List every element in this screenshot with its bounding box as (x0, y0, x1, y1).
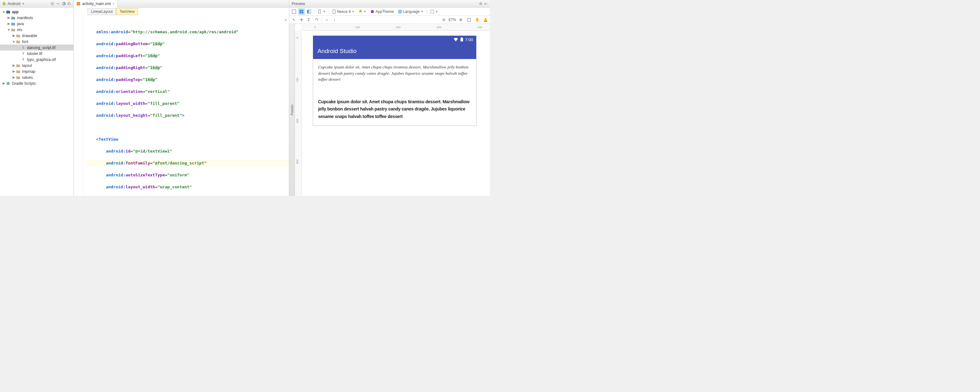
language-selector[interactable]: Language▼ (396, 10, 425, 14)
device-selector[interactable]: Nexus 4▼ (331, 10, 356, 14)
inspection-ok-icon: ✔ (285, 17, 287, 23)
svg-rect-19 (461, 37, 462, 38)
tree-values[interactable]: ▶values (0, 74, 73, 80)
zoom-value: 67% (449, 18, 456, 22)
tree-manifests[interactable]: ▶manifests (0, 15, 73, 21)
status-time: 7:00 (465, 37, 473, 42)
svg-point-1 (52, 3, 53, 4)
tab-label: activity_main.xml (82, 2, 111, 6)
ruler-vertical: 0 100 200 300 (295, 31, 302, 196)
variant-icon (430, 10, 434, 14)
preview-title: Preview (292, 2, 479, 6)
pan-hand-icon[interactable]: ✋ (474, 16, 480, 23)
preview-toolbar: ▼ Nexus 4▼ ▼ AppTheme Language▼ ▼ (289, 8, 490, 16)
tree-label: drawable (22, 33, 37, 38)
tree-res[interactable]: ▼res (0, 27, 73, 33)
orientation-selector[interactable]: ▼ (316, 10, 327, 14)
status-bar: 7:00 (313, 36, 476, 43)
editor-body: ✔ xmlns:android="http://schemas.android.… (74, 16, 289, 196)
zoom-out-icon[interactable]: ⊖ (441, 16, 447, 23)
ruler-horizontal: 0 100 200 300 400 (302, 24, 490, 31)
preview-body: Palette 0 100 200 300 400 0 100 200 300 (289, 24, 490, 196)
refresh-icon[interactable] (313, 16, 320, 23)
preview-header: Preview ⚙ ⇤ (289, 0, 490, 8)
breadcrumb-linearlayout[interactable]: LinearLayout (88, 8, 116, 15)
gear-icon[interactable]: ⚙ (479, 2, 482, 6)
tree-lobster[interactable]: Tlobster.ttf (0, 51, 73, 56)
close-icon[interactable]: × (112, 1, 115, 6)
theme-selector[interactable]: AppTheme (369, 10, 396, 14)
zoom-fit-icon[interactable] (466, 16, 473, 23)
svg-rect-9 (301, 12, 303, 13)
svg-rect-6 (292, 10, 296, 13)
tree-typo-graphica[interactable]: Ttypo_graphica.otf (0, 56, 73, 62)
project-view-selector[interactable]: Android ▼ (2, 2, 49, 6)
svg-point-3 (6, 82, 10, 85)
hide-icon[interactable] (67, 2, 72, 6)
editor-tab-activity-main[interactable]: <> activity_main.xml × (74, 0, 118, 8)
font-file-icon: T (21, 51, 26, 56)
svg-rect-7 (299, 10, 301, 13)
pan-icon[interactable] (298, 16, 305, 23)
tree-label: font (22, 40, 28, 44)
zoom-in-icon[interactable]: ⊕ (457, 16, 464, 23)
editor-tabs: <> activity_main.xml × (74, 0, 289, 8)
project-tree: ▼app ▶manifests ▶java ▼res ▶drawable ▼fo… (0, 8, 73, 196)
tree-drawable[interactable]: ▶drawable (0, 33, 73, 38)
gutter (74, 16, 83, 196)
tree-dancing-script[interactable]: Tdancing_script.ttf (0, 45, 73, 51)
tree-label: values (22, 75, 33, 80)
hide-icon[interactable]: ⇤ (484, 2, 487, 6)
wifi-icon (453, 37, 458, 42)
blueprint-view-icon[interactable] (298, 8, 305, 15)
tree-gradle[interactable]: ▶Gradle Scripts (0, 80, 73, 86)
breadcrumb-textview[interactable]: TextView (116, 8, 138, 15)
language-label: Language (403, 10, 420, 14)
svg-rect-8 (301, 10, 303, 11)
textview-2[interactable]: Cupcake ipsum dolor sit. Amet chupa chup… (318, 98, 471, 121)
preview-toolbar-2: ↖ Σ ↔ ↕ ⊖ 67% ⊕ ✋ 🔔 (289, 16, 490, 24)
font-file-icon: T (21, 57, 26, 62)
xml-file-icon: <> (76, 2, 81, 6)
tree-label: mipmap (22, 69, 35, 74)
collapse-icon[interactable] (56, 2, 60, 6)
app-title: Android Studio (317, 48, 357, 54)
breadcrumb: LinearLayout TextView (74, 8, 289, 16)
tree-label: app (12, 10, 19, 14)
device-content: Cupcake ipsum dolor sit. Amet chupa chup… (313, 59, 476, 126)
select-icon[interactable]: ↖ (291, 16, 298, 23)
theme-label: AppTheme (375, 10, 394, 14)
battery-icon (460, 37, 463, 42)
sigma-icon[interactable]: Σ (305, 16, 312, 23)
svg-text:<>: <> (77, 3, 80, 5)
tree-label: typo_graphica.otf (27, 57, 56, 62)
device-frame[interactable]: 7:00 Android Studio Cupcake ipsum dolor … (313, 36, 476, 126)
tree-layout[interactable]: ▶layout (0, 62, 73, 69)
tree-label: java (17, 22, 24, 26)
palette-label: Palette (290, 105, 294, 115)
project-view-label: Android (8, 2, 21, 6)
both-view-icon[interactable] (305, 8, 312, 15)
variant-selector[interactable]: ▼ (428, 10, 440, 14)
svg-rect-11 (309, 10, 311, 13)
tree-label: lobster.ttf (27, 51, 42, 56)
expand-h-icon[interactable]: ↔ (323, 16, 330, 23)
tree-label: Gradle Scripts (12, 81, 36, 86)
api-selector[interactable]: ▼ (357, 10, 368, 14)
expand-v-icon[interactable]: ↕ (331, 16, 338, 23)
target-icon[interactable] (50, 2, 54, 6)
design-view-icon[interactable] (291, 8, 298, 15)
textview-1[interactable]: Cupcake ipsum dolor sit. Amet chupa chup… (318, 64, 471, 83)
code-area[interactable]: ✔ xmlns:android="http://schemas.android.… (83, 16, 289, 196)
palette-strip[interactable]: Palette (289, 24, 295, 196)
tree-font[interactable]: ▼font (0, 38, 73, 45)
tree-java[interactable]: ▶java (0, 21, 73, 27)
notifications-icon[interactable]: 🔔 (482, 16, 489, 23)
preview-panel: Preview ⚙ ⇤ ▼ Nexus 4▼ ▼ AppTheme Langua… (289, 0, 490, 196)
tree-app[interactable]: ▼app (0, 9, 73, 15)
gear-icon[interactable] (62, 2, 66, 6)
font-file-icon: T (21, 45, 26, 50)
canvas-area[interactable]: 0 100 200 300 400 0 100 200 300 7:0 (295, 24, 490, 196)
device-label: Nexus 4 (337, 10, 351, 14)
tree-mipmap[interactable]: ▶mipmap (0, 69, 73, 74)
